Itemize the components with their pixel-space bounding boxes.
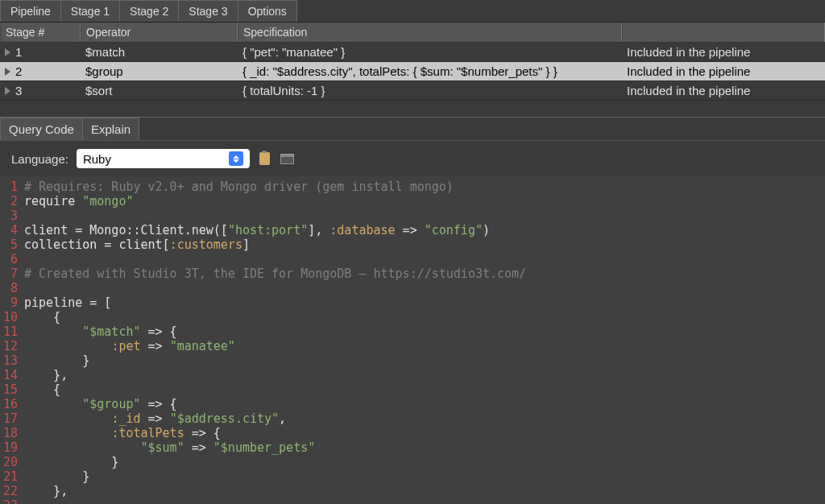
col-operator[interactable]: Operator xyxy=(81,23,238,42)
stage-spec: { "pet": "manatee" } xyxy=(238,43,622,61)
window-icon xyxy=(280,154,294,164)
code-content: "$group" => { xyxy=(24,397,825,411)
stage-num-cell: 1 xyxy=(0,43,81,61)
clipboard-icon xyxy=(259,152,270,165)
copy-to-clipboard-button[interactable] xyxy=(258,151,272,166)
top-tab-stage-2[interactable]: Stage 2 xyxy=(119,0,179,22)
stage-row[interactable]: 1$match{ "pet": "manatee" }Included in t… xyxy=(0,43,825,62)
top-tab-options[interactable]: Options xyxy=(238,0,297,22)
lower-panel: Query CodeExplain Language: Ruby 1# Requ… xyxy=(0,117,825,504)
stages-header: Stage # Operator Specification xyxy=(0,23,825,43)
code-line: 7# Created with Studio 3T, the IDE for M… xyxy=(0,266,825,281)
stage-op: $group xyxy=(81,62,238,81)
stage-op: $sort xyxy=(81,81,238,100)
code-line: 3 xyxy=(0,209,825,223)
code-line: 19 "$sum" => "$number_pets" xyxy=(0,440,825,455)
line-number: 13 xyxy=(0,353,24,368)
stage-num-cell: 3 xyxy=(0,81,81,100)
line-number: 3 xyxy=(0,209,24,223)
line-number: 8 xyxy=(0,281,24,295)
code-content xyxy=(24,498,825,504)
top-tab-stage-1[interactable]: Stage 1 xyxy=(60,0,120,22)
code-line: 5collection = client[:customers] xyxy=(0,238,825,252)
line-number: 21 xyxy=(0,469,24,484)
line-number: 6 xyxy=(0,252,24,266)
language-bar: Language: Ruby xyxy=(0,140,825,176)
line-number: 14 xyxy=(0,368,24,382)
code-content: require "mongo" xyxy=(24,194,825,209)
stage-status: Included in the pipeline xyxy=(622,62,825,81)
stage-num: 2 xyxy=(15,64,22,78)
line-number: 17 xyxy=(0,411,24,426)
code-line: 22 }, xyxy=(0,484,825,498)
col-stage[interactable]: Stage # xyxy=(0,23,81,42)
line-number: 9 xyxy=(0,295,24,310)
line-number: 10 xyxy=(0,310,24,324)
col-spec[interactable]: Specification xyxy=(238,23,622,42)
expand-arrow-icon[interactable] xyxy=(5,87,10,95)
code-line: 9pipeline = [ xyxy=(0,295,825,310)
code-line: 20 } xyxy=(0,455,825,469)
code-content: { xyxy=(24,310,825,324)
stage-op: $match xyxy=(81,43,238,61)
top-tab-stage-3[interactable]: Stage 3 xyxy=(178,0,238,22)
language-value: Ruby xyxy=(83,152,229,166)
line-number: 7 xyxy=(0,266,24,281)
line-number: 4 xyxy=(0,223,24,238)
code-line: 10 { xyxy=(0,310,825,324)
line-number: 22 xyxy=(0,484,24,498)
code-content: } xyxy=(24,469,825,484)
chevron-updown-icon xyxy=(229,151,243,166)
code-content: } xyxy=(24,353,825,368)
code-line: 17 :_id => "$address.city", xyxy=(0,411,825,426)
top-tabs: PipelineStage 1Stage 2Stage 3Options xyxy=(0,0,825,23)
lower-tab-query-code[interactable]: Query Code xyxy=(0,118,83,140)
code-content: # Requires: Ruby v2.0+ and Mongo driver … xyxy=(24,180,825,194)
code-line: 23 xyxy=(0,498,825,504)
code-line: 12 :pet => "manatee" xyxy=(0,339,825,353)
line-number: 20 xyxy=(0,455,24,469)
expand-arrow-icon[interactable] xyxy=(5,48,10,56)
code-line: 15 { xyxy=(0,382,825,397)
col-status[interactable] xyxy=(622,23,825,42)
code-line: 4client = Mongo::Client.new(["host:port"… xyxy=(0,223,825,238)
code-line: 13 } xyxy=(0,353,825,368)
code-content xyxy=(24,209,825,223)
code-content: :totalPets => { xyxy=(24,426,825,440)
code-line: 11 "$match" => { xyxy=(0,324,825,339)
top-tab-pipeline[interactable]: Pipeline xyxy=(0,0,61,22)
code-content: { xyxy=(24,382,825,397)
code-content: # Created with Studio 3T, the IDE for Mo… xyxy=(24,266,825,281)
code-content: "$sum" => "$number_pets" xyxy=(24,440,825,455)
line-number: 16 xyxy=(0,397,24,411)
code-line: 2require "mongo" xyxy=(0,194,825,209)
code-content: "$match" => { xyxy=(24,324,825,339)
code-line: 21 } xyxy=(0,469,825,484)
code-editor[interactable]: 1# Requires: Ruby v2.0+ and Mongo driver… xyxy=(0,176,825,504)
code-content: client = Mongo::Client.new(["host:port"]… xyxy=(24,223,825,238)
code-line: 14 }, xyxy=(0,368,825,382)
line-number: 15 xyxy=(0,382,24,397)
code-content xyxy=(24,252,825,266)
line-number: 11 xyxy=(0,324,24,339)
code-content: :pet => "manatee" xyxy=(24,339,825,353)
code-line: 8 xyxy=(0,281,825,295)
stage-row[interactable]: 3$sort{ totalUnits: -1 }Included in the … xyxy=(0,81,825,101)
code-content: :_id => "$address.city", xyxy=(24,411,825,426)
lower-tab-explain[interactable]: Explain xyxy=(82,118,139,140)
code-content: }, xyxy=(24,484,825,498)
code-content xyxy=(24,281,825,295)
open-window-button[interactable] xyxy=(280,151,295,166)
code-content: } xyxy=(24,455,825,469)
code-line: 16 "$group" => { xyxy=(0,397,825,411)
lower-tabs: Query CodeExplain xyxy=(0,118,825,140)
expand-arrow-icon[interactable] xyxy=(5,68,10,76)
language-select[interactable]: Ruby xyxy=(77,149,250,168)
code-content: }, xyxy=(24,368,825,382)
line-number: 1 xyxy=(0,180,24,194)
stage-status: Included in the pipeline xyxy=(622,81,825,100)
stage-row[interactable]: 2$group{ _id: "$address.city", totalPets… xyxy=(0,62,825,81)
stage-num: 3 xyxy=(15,84,22,97)
line-number: 19 xyxy=(0,440,24,455)
code-line: 1# Requires: Ruby v2.0+ and Mongo driver… xyxy=(0,180,825,194)
